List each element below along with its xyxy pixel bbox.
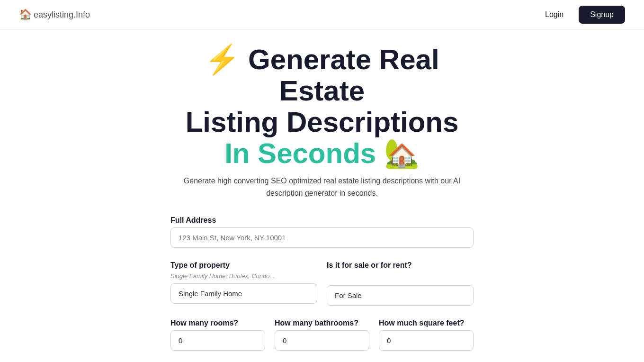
full-address-input[interactable]	[170, 227, 474, 248]
logo-brand: easylisting.Info	[34, 10, 90, 20]
property-type-input[interactable]	[170, 283, 317, 304]
hero-title-line1: ⚡ Generate Real Estate	[170, 44, 474, 107]
login-button[interactable]: Login	[537, 7, 571, 23]
rooms-input[interactable]	[170, 330, 265, 351]
property-type-sublabel: Single Family Home, Duplex, Condo...	[170, 272, 317, 280]
sale-rent-input[interactable]	[327, 285, 474, 306]
house-emoji: 🏡	[384, 137, 420, 169]
logo[interactable]: 🏠 easylisting.Info	[19, 9, 90, 21]
property-type-col: Type of property Single Family Home, Dup…	[170, 261, 317, 317]
lightning-emoji: ⚡	[205, 44, 240, 75]
hero-subtitle: Generate high converting SEO optimized r…	[175, 175, 469, 199]
bathrooms-label: How many bathrooms?	[275, 319, 369, 327]
property-type-label: Type of property	[170, 261, 317, 270]
rooms-col: How many rooms?	[170, 319, 265, 362]
sale-rent-col: Is it for sale or for rent?	[327, 261, 474, 319]
sqft-section: How much square feet?	[379, 319, 474, 351]
bathrooms-col: How many bathrooms?	[275, 319, 369, 362]
nav: Login Signup	[537, 6, 625, 24]
sqft-col: How much square feet?	[379, 319, 474, 362]
logo-icon: 🏠	[19, 9, 32, 21]
signup-button[interactable]: Signup	[579, 6, 625, 24]
sale-rent-label: Is it for sale or for rent?	[327, 261, 474, 270]
sqft-input[interactable]	[379, 330, 474, 351]
hero-section: ⚡ Generate Real Estate Listing Descripti…	[170, 44, 474, 199]
details-row: How many rooms? How many bathrooms? How …	[170, 319, 474, 362]
full-address-section: Full Address	[170, 216, 474, 248]
full-address-label: Full Address	[170, 216, 474, 225]
rooms-section: How many rooms?	[170, 319, 265, 351]
property-row: Type of property Single Family Home, Dup…	[170, 261, 474, 319]
sqft-label: How much square feet?	[379, 319, 474, 327]
hero-title-line2: Listing Descriptions	[170, 107, 474, 138]
property-type-section: Type of property Single Family Home, Dup…	[170, 261, 317, 304]
bathrooms-section: How many bathrooms?	[275, 319, 369, 351]
sale-rent-section: Is it for sale or for rent?	[327, 261, 474, 306]
hero-title: ⚡ Generate Real Estate Listing Descripti…	[170, 44, 474, 169]
rooms-label: How many rooms?	[170, 319, 265, 327]
hero-title-line3: In Seconds 🏡	[170, 138, 474, 169]
bathrooms-input[interactable]	[275, 330, 369, 351]
